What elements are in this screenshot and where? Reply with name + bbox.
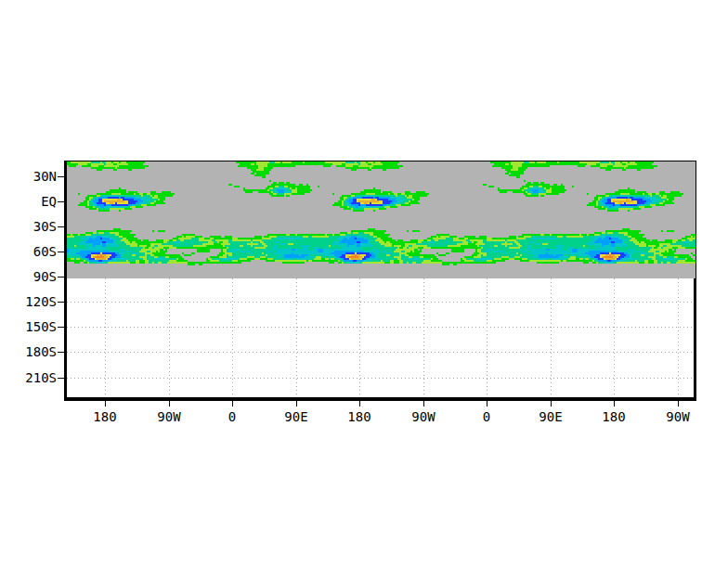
y-axis-tick-label: 120S — [6, 294, 57, 309]
vertical-gridline — [105, 278, 106, 397]
y-axis-tick — [58, 201, 64, 202]
y-axis-tick-label: 150S — [6, 319, 57, 334]
x-axis-tick-label: 180 — [93, 409, 116, 424]
horizontal-gridline — [67, 327, 694, 328]
x-axis-tick-label: 90W — [411, 409, 435, 424]
y-axis-tick — [58, 352, 64, 353]
x-axis-tick-label: 90E — [539, 409, 562, 424]
vertical-gridline — [423, 278, 424, 397]
x-axis-tick-label: 90W — [666, 409, 689, 424]
vertical-gridline — [551, 278, 552, 397]
vertical-gridline — [296, 278, 297, 397]
x-axis-tick-label: 0 — [228, 409, 236, 424]
x-axis-tick — [169, 401, 170, 407]
shaded-data-region — [67, 161, 696, 278]
vertical-gridline — [487, 278, 488, 397]
x-axis-tick — [551, 401, 552, 407]
y-axis-tick — [58, 327, 64, 328]
y-axis-tick-label: 30N — [6, 169, 57, 184]
horizontal-gridline — [67, 302, 694, 303]
vertical-gridline — [169, 278, 170, 397]
vertical-gridline — [232, 278, 233, 397]
vertical-gridline — [678, 278, 679, 397]
y-axis-tick-label: 210S — [6, 370, 57, 385]
x-axis-tick — [105, 401, 106, 407]
y-axis-tick-label: 180S — [6, 344, 57, 359]
x-axis-tick — [487, 401, 488, 407]
y-axis-tick — [58, 176, 64, 177]
y-axis-tick — [58, 252, 64, 252]
y-axis-tick — [58, 226, 64, 227]
x-axis-tick-label: 90E — [284, 409, 307, 424]
x-axis-tick — [678, 401, 679, 407]
x-axis-tick-label: 180 — [602, 409, 625, 424]
horizontal-gridline — [67, 352, 694, 353]
y-axis-tick — [58, 277, 64, 278]
y-axis-tick — [58, 302, 64, 303]
x-axis-tick-label: 90W — [157, 409, 180, 424]
y-axis-tick-label: EQ — [6, 194, 57, 209]
vertical-gridline — [614, 278, 615, 397]
x-axis-tick — [614, 401, 615, 407]
x-axis-tick — [423, 401, 424, 407]
y-axis-tick-label: 60S — [6, 244, 57, 259]
y-axis-tick-label: 30S — [6, 219, 57, 234]
x-axis-tick-label: 180 — [347, 409, 370, 424]
x-axis-tick — [232, 401, 233, 407]
x-axis-tick — [296, 401, 297, 407]
vertical-gridline — [359, 278, 360, 397]
shaded-field-canvas — [67, 161, 696, 278]
y-axis-tick-label: 90S — [6, 269, 57, 284]
grads-figure: 18090W090E18090W090E18090W30NEQ30S60S90S… — [0, 0, 728, 568]
x-axis-tick-label: 0 — [483, 409, 490, 424]
horizontal-gridline — [67, 378, 694, 379]
y-axis-tick — [58, 378, 64, 379]
x-axis-tick — [359, 401, 360, 407]
